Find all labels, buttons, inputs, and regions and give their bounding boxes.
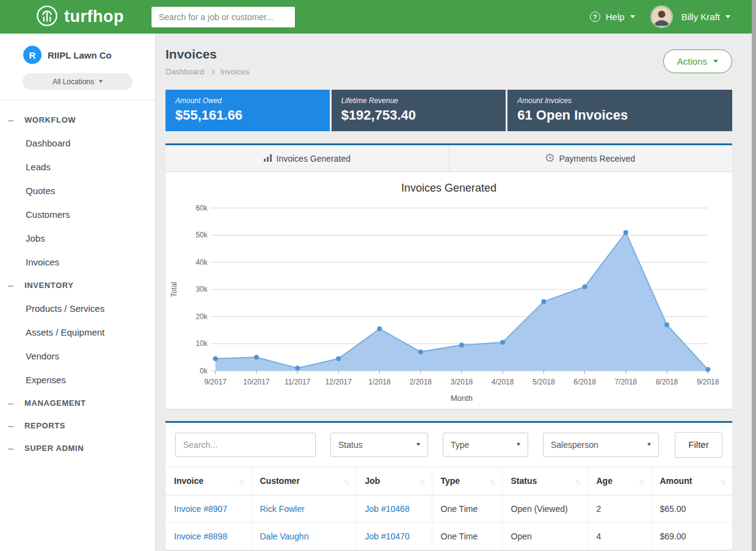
col-customer[interactable]: Customer	[251, 467, 356, 495]
invoice-link[interactable]: Invoice #8898	[174, 531, 227, 541]
svg-text:30k: 30k	[195, 285, 207, 294]
sidebar-item-assets-equipment[interactable]: Assets / Equipment	[0, 320, 155, 344]
filter-button[interactable]: Filter	[675, 432, 722, 458]
invoices-generated-chart: 0k10k20k30k40k50k60k9/201710/201711/2017…	[165, 195, 732, 409]
svg-text:9/2017: 9/2017	[204, 378, 227, 386]
col-age[interactable]: Age	[587, 467, 651, 495]
svg-text:12/2017: 12/2017	[325, 378, 352, 386]
job-link[interactable]: Job #10468	[365, 504, 410, 514]
job-link[interactable]: Job #10470	[365, 531, 410, 541]
table-search-input[interactable]	[175, 433, 316, 457]
company-logo: R	[23, 46, 42, 64]
sidebar-item-quotes[interactable]: Quotes	[0, 179, 155, 203]
select-chevron-down-icon	[647, 443, 651, 446]
customer-link[interactable]: Dale Vaughn	[260, 531, 309, 541]
page-header: Invoices Dashboard Invoices Actions	[165, 47, 732, 76]
clock-icon	[546, 154, 554, 164]
stat-label: Amount Invoices	[517, 96, 722, 105]
topbar-right: Help Billy Kraft	[590, 5, 730, 28]
table-filterbar: Status Type Salesperson Filter	[165, 423, 732, 467]
svg-text:7/2018: 7/2018	[614, 378, 637, 386]
breadcrumb-invoices: Invoices	[220, 67, 250, 76]
type-select-value: Type	[451, 440, 469, 450]
age-cell: 2	[587, 495, 651, 522]
sort-icon[interactable]	[720, 477, 725, 486]
sort-icon[interactable]	[575, 477, 580, 486]
sidebar-item-customers[interactable]: Customers	[0, 203, 155, 226]
sort-icon[interactable]	[639, 477, 644, 486]
stat-label: Amount Owed	[175, 96, 320, 105]
stat-value: 61 Open Invoices	[517, 107, 722, 123]
main-content: Invoices Dashboard Invoices Actions Amou…	[156, 34, 756, 550]
breadcrumb-dashboard[interactable]: Dashboard	[165, 67, 205, 76]
turfhop-logo[interactable]: turfhop	[35, 4, 124, 30]
sidebar-item-leads[interactable]: Leads	[0, 155, 155, 179]
col-amount[interactable]: Amount	[651, 467, 732, 495]
stat-label: Lifetime Revenue	[341, 96, 496, 105]
svg-text:6/2018: 6/2018	[573, 378, 596, 386]
location-selector[interactable]: All Locations	[23, 73, 133, 90]
col-job[interactable]: Job	[356, 467, 432, 495]
company-selector[interactable]: R RIIPL Lawn Co	[0, 34, 155, 72]
stat-amount-owed: Amount Owed $55,161.66	[165, 90, 330, 131]
breadcrumb: Dashboard Invoices	[165, 67, 249, 76]
svg-text:Total: Total	[170, 282, 178, 297]
age-cell: 4	[587, 522, 651, 550]
customer-link[interactable]: Rick Fowler	[260, 504, 305, 514]
svg-text:2/2018: 2/2018	[409, 378, 432, 386]
user-chevron-down-icon	[725, 15, 730, 18]
sidebar-item-invoices[interactable]: Invoices	[0, 250, 155, 274]
help-chevron-down-icon	[630, 15, 635, 18]
page-scrollbar[interactable]	[752, 0, 756, 551]
breadcrumb-chevron-icon	[209, 69, 214, 74]
sort-icon[interactable]	[239, 477, 244, 486]
svg-text:5/2018: 5/2018	[532, 378, 555, 386]
turfhop-logo-icon	[35, 4, 59, 30]
sidebar-item-jobs[interactable]: Jobs	[0, 226, 155, 250]
col-invoice[interactable]: Invoice	[165, 467, 251, 495]
location-selector-label: All Locations	[53, 77, 94, 86]
location-chevron-down-icon	[99, 80, 103, 83]
invoice-link[interactable]: Invoice #8907	[174, 504, 227, 514]
col-type[interactable]: Type	[432, 467, 502, 495]
sort-icon[interactable]	[490, 477, 495, 486]
col-status[interactable]: Status	[502, 467, 587, 495]
sidebar-section-inventory: INVENTORY	[0, 274, 155, 297]
actions-button[interactable]: Actions	[663, 49, 732, 73]
sidebar-section-reports[interactable]: REPORTS	[0, 414, 155, 437]
svg-text:11/2017: 11/2017	[285, 378, 311, 386]
chart-panel: Invoices Generated Payments Received Inv…	[165, 143, 732, 409]
sidebar-item-dashboard[interactable]: Dashboard	[0, 131, 155, 155]
type-select[interactable]: Type	[443, 433, 528, 457]
sidebar-section-super-admin[interactable]: SUPER ADMIN	[0, 437, 155, 459]
svg-text:1/2018: 1/2018	[368, 378, 391, 386]
invoices-table-panel: Status Type Salesperson Filter Invoice C…	[165, 421, 732, 550]
bar-chart-icon	[264, 154, 272, 164]
svg-text:3/2018: 3/2018	[451, 378, 473, 386]
sidebar-item-products-services[interactable]: Products / Services	[0, 297, 155, 320]
actions-button-label: Actions	[677, 56, 707, 67]
status-cell: Open	[502, 522, 587, 550]
actions-chevron-down-icon	[713, 60, 718, 63]
sort-icon[interactable]	[420, 477, 424, 486]
help-menu[interactable]: Help	[606, 12, 625, 22]
global-search-input[interactable]	[151, 6, 296, 28]
tree-dash-icon	[8, 426, 13, 427]
stat-lifetime-revenue: Lifetime Revenue $192,753.40	[332, 90, 506, 131]
tree-dash-icon	[8, 286, 13, 287]
salesperson-select[interactable]: Salesperson	[543, 433, 659, 457]
user-avatar[interactable]	[650, 5, 673, 28]
tab-invoices-generated[interactable]: Invoices Generated	[165, 145, 449, 171]
tab-label: Payments Received	[559, 154, 635, 164]
topbar: turfhop Help Billy Kraft	[0, 0, 756, 34]
status-select[interactable]: Status	[330, 433, 428, 457]
status-cell: Open (Viewed)	[502, 495, 587, 522]
user-menu[interactable]: Billy Kraft	[681, 12, 720, 22]
tab-payments-received[interactable]: Payments Received	[449, 145, 733, 171]
sidebar-item-vendors[interactable]: Vendors	[0, 344, 155, 368]
svg-text:0k: 0k	[200, 367, 208, 375]
sidebar-item-expenses[interactable]: Expenses	[0, 368, 155, 392]
sidebar-section-management[interactable]: MANAGEMENT	[0, 392, 155, 414]
amount-cell: $65.00	[651, 495, 732, 522]
sort-icon[interactable]	[344, 477, 349, 486]
